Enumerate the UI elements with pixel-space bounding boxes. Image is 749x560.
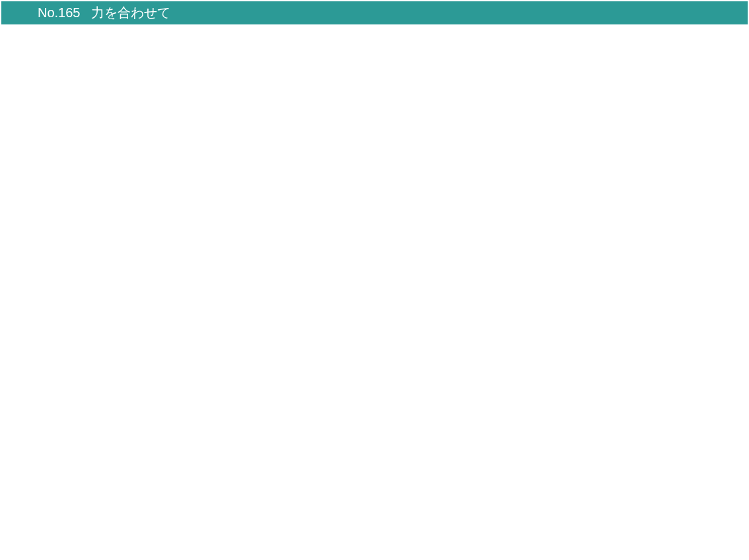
puzzle-number: No.165 bbox=[38, 5, 81, 20]
header-bar: No.165 力を合わせて bbox=[1, 1, 748, 24]
puzzle-title: 力を合わせて bbox=[91, 5, 170, 20]
